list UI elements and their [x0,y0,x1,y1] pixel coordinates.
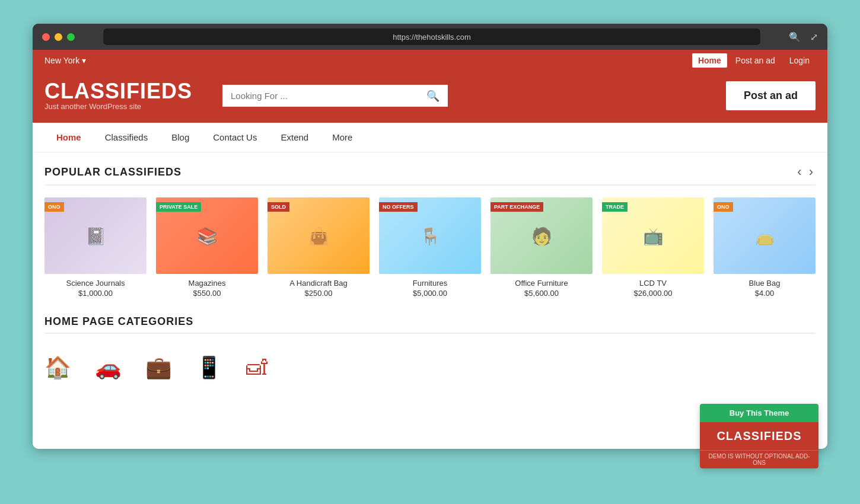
card-icon-2: 📚 [197,226,218,245]
card-lcd-tv[interactable]: TRADE 📺 LCD TV $26,000.00 [602,197,704,298]
badge-trade: TRADE [602,202,628,212]
browser-toolbar-icons: 🔍 ⤢ [789,31,818,43]
card-title-5: Office Furniture [490,279,593,288]
nav-blog[interactable]: Blog [160,123,201,152]
card-image-science: ONO 📓 [44,197,146,274]
card-image-office: PART EXCHANGE 🧑 [490,197,593,274]
expand-icon[interactable]: ⤢ [810,31,818,43]
badge-ono-2: ONO [714,202,733,212]
location-selector[interactable]: New York ▾ [44,56,86,65]
popular-classifieds-header: POPULAR CLASSIFIEDS ‹ › [44,164,816,180]
carousel-next[interactable]: › [807,164,816,180]
card-blue-bag[interactable]: ONO 👝 Blue Bag $4.00 [714,197,816,298]
browser-close-button[interactable] [42,33,50,41]
browser-titlebar: https://thehotskills.com 🔍 ⤢ [33,24,827,50]
category-jobs[interactable]: 💼 [145,355,172,380]
card-handicraft-bag[interactable]: SOLD 👜 A Handicraft Bag $250.00 [267,197,370,298]
card-title-3: A Handicraft Bag [267,279,370,288]
card-title-7: Blue Bag [714,279,816,288]
browser-window: https://thehotskills.com 🔍 ⤢ New York ▾ … [33,24,827,449]
card-title-6: LCD TV [602,279,704,288]
browser-maximize-button[interactable] [67,33,75,41]
carousel-arrows: ‹ › [795,164,816,180]
location-arrow: ▾ [82,56,86,65]
card-price-3: $250.00 [267,289,370,298]
top-nav: Home Post an ad Login [692,53,816,68]
category-property[interactable]: 🏠 [44,355,71,380]
promo-logo-area: CLASSIFIEDS [700,422,818,450]
vehicles-icon: 🚗 [95,355,122,380]
card-title-2: Magazines [156,279,258,288]
nav-contact-us[interactable]: Contact Us [201,123,269,152]
card-icon-4: 🪑 [420,226,441,245]
site-header: CLASSIFIEDS Just another WordPress site … [33,71,827,123]
card-icon-7: 👝 [754,226,775,245]
card-magazines[interactable]: PRIVATE SALE 📚 Magazines $550.00 [156,197,258,298]
card-icon-5: 🧑 [531,226,552,245]
category-vehicles[interactable]: 🚗 [95,355,122,380]
top-nav-post-ad[interactable]: Post an ad [730,53,781,68]
site-logo[interactable]: CLASSIFIEDS [44,81,211,102]
categories-divider [44,333,816,334]
category-furniture[interactable]: 🛋 [246,355,267,380]
top-bar: New York ▾ Home Post an ad Login [33,50,827,71]
site-tagline: Just another WordPress site [44,102,211,111]
card-price-2: $550.00 [156,289,258,298]
promo-buy-button[interactable]: Buy This Theme [700,404,818,422]
badge-ono-1: ONO [44,202,64,212]
nav-home[interactable]: Home [44,123,93,152]
categories-title: HOME PAGE CATEGORIES [44,315,193,328]
browser-minimize-button[interactable] [55,33,62,41]
property-icon: 🏠 [44,355,71,380]
card-icon-1: 📓 [85,226,106,245]
card-image-magazines: PRIVATE SALE 📚 [156,197,258,274]
categories-row: 🏠 🚗 💼 📱 🛋 [44,346,816,380]
main-nav: Home Classifieds Blog Contact Us Extend … [33,123,827,152]
badge-private-sale: PRIVATE SALE [156,202,201,212]
carousel-prev[interactable]: ‹ [795,164,804,180]
card-price-5: $5,600.00 [490,289,593,298]
card-price-6: $26,000.00 [602,289,704,298]
card-price-1: $1,000.00 [44,289,146,298]
post-ad-header-button[interactable]: Post an ad [726,81,816,110]
browser-content: New York ▾ Home Post an ad Login CLASSIF… [33,50,827,449]
card-image-furnitures: NO OFFERS 🪑 [379,197,481,274]
card-icon-3: 👜 [308,226,329,245]
search-icon[interactable]: 🔍 [789,31,801,43]
popular-divider [44,184,816,186]
card-title-4: Furnitures [379,279,481,288]
electronics-icon: 📱 [196,355,222,380]
search-button[interactable]: 🔍 [418,85,448,107]
card-price-7: $4.00 [714,289,816,298]
furniture-icon: 🛋 [246,355,267,380]
card-title-1: Science Journals [44,279,146,288]
card-image-blue-bag: ONO 👝 [714,197,816,274]
promo-banner: Buy This Theme CLASSIFIEDS DEMO IS WITHO… [700,404,818,468]
categories-section: HOME PAGE CATEGORIES 🏠 🚗 💼 📱 [44,315,816,380]
jobs-icon: 💼 [145,355,172,380]
categories-header: HOME PAGE CATEGORIES [44,315,816,328]
nav-extend[interactable]: Extend [269,123,320,152]
card-image-lcd: TRADE 📺 [602,197,704,274]
location-label: New York [44,56,79,65]
nav-classifieds[interactable]: Classifieds [93,123,160,152]
badge-sold: SOLD [267,202,289,212]
logo-wrap: CLASSIFIEDS Just another WordPress site [44,81,211,111]
promo-logo: CLASSIFIEDS [707,429,811,443]
card-image-bag: SOLD 👜 [267,197,370,274]
card-icon-6: 📺 [643,226,664,245]
card-furnitures[interactable]: NO OFFERS 🪑 Furnitures $5,000.00 [379,197,481,298]
badge-no-offers: NO OFFERS [379,202,418,212]
card-science-journals[interactable]: ONO 📓 Science Journals $1,000.00 [44,197,146,298]
search-input[interactable] [222,85,418,107]
top-nav-home[interactable]: Home [692,53,727,68]
category-electronics[interactable]: 📱 [196,355,222,380]
url-text: https://thehotskills.com [393,33,471,42]
popular-cards-row: ONO 📓 Science Journals $1,000.00 PRIVATE… [44,197,816,298]
nav-more[interactable]: More [320,123,364,152]
card-price-4: $5,000.00 [379,289,481,298]
card-office-furniture[interactable]: PART EXCHANGE 🧑 Office Furniture $5,600.… [490,197,593,298]
top-nav-login[interactable]: Login [783,53,816,68]
address-bar[interactable]: https://thehotskills.com [103,28,760,45]
badge-part-exchange: PART EXCHANGE [490,202,543,212]
